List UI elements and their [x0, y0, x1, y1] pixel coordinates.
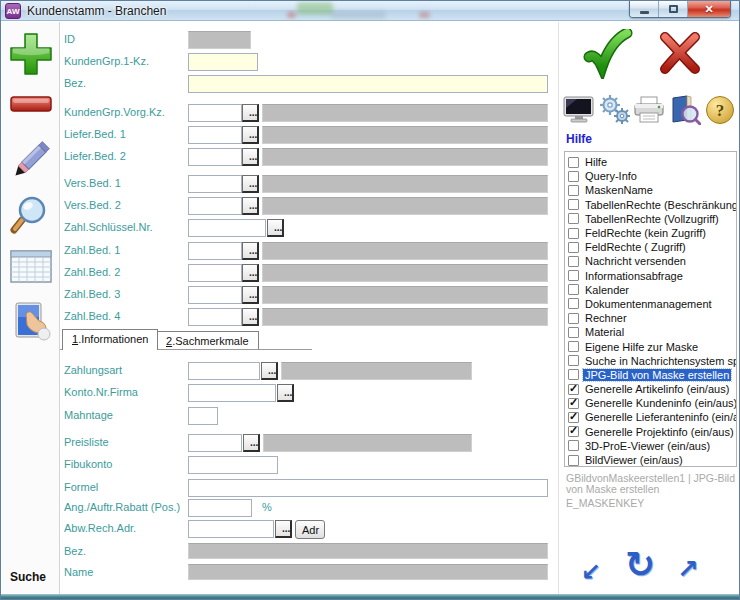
- tab-1[interactable]: 1.Informationen: [62, 329, 158, 350]
- help-option-row[interactable]: TabellenRechte (Vollzugriff): [565, 212, 736, 226]
- field-input[interactable]: [188, 434, 242, 452]
- help-option-label[interactable]: TabellenRechte (Vollzugriff): [583, 213, 721, 225]
- preview-button[interactable]: [669, 95, 701, 127]
- help-option-label[interactable]: Hilfe: [583, 156, 609, 168]
- field-input[interactable]: [188, 499, 252, 517]
- field-input[interactable]: [188, 53, 258, 71]
- help-option-label[interactable]: FeldRechte (kein Zugriff): [583, 227, 708, 239]
- checkbox-unchecked[interactable]: [568, 242, 579, 253]
- help-option-row[interactable]: Query-Info: [565, 169, 736, 183]
- maximize-button[interactable]: [659, 1, 688, 17]
- help-option-row[interactable]: Dokumentenmanagement: [565, 297, 736, 311]
- help-option-label[interactable]: Dokumentenmanagement: [583, 298, 714, 310]
- help-option-label[interactable]: Nachricht versenden: [583, 255, 688, 267]
- field-input[interactable]: [188, 308, 242, 326]
- help-option-row[interactable]: Generelle Kundeninfo (ein/aus): [565, 396, 736, 410]
- lookup-button[interactable]: ...: [242, 126, 259, 144]
- help-option-row[interactable]: Suche in Nachrichtensystem speich: [565, 354, 736, 368]
- help-option-row[interactable]: Kalender: [565, 283, 736, 297]
- screen-capture-button[interactable]: [563, 96, 595, 126]
- help-option-label[interactable]: Eigene Hilfe zur Maske: [583, 341, 700, 353]
- checkbox-unchecked[interactable]: [568, 185, 579, 196]
- help-option-row[interactable]: Eigene Hilfe zur Maske: [565, 339, 736, 353]
- help-option-label[interactable]: Generelle Lieferanteninfo (ein/aus): [583, 411, 737, 423]
- checkbox-unchecked[interactable]: [568, 327, 579, 338]
- help-option-row[interactable]: Rechner: [565, 311, 736, 325]
- table-view-button[interactable]: [8, 248, 54, 288]
- field-input[interactable]: [188, 456, 278, 474]
- checkbox-unchecked[interactable]: [568, 355, 579, 366]
- settings-button[interactable]: [599, 94, 631, 126]
- checkbox-unchecked[interactable]: [568, 455, 579, 466]
- lookup-button[interactable]: ...: [277, 384, 294, 402]
- search-record-button[interactable]: [8, 194, 54, 240]
- help-option-label[interactable]: JPG-Bild von Maske erstellen: [583, 369, 731, 381]
- pick-screen-button[interactable]: [8, 300, 54, 346]
- checkbox-unchecked[interactable]: [568, 199, 579, 210]
- close-button[interactable]: ✕: [688, 1, 730, 17]
- help-option-row[interactable]: Hilfe: [565, 155, 736, 169]
- help-option-label[interactable]: TabellenRechte (Beschränkung): [583, 199, 737, 211]
- cancel-button[interactable]: [655, 30, 705, 78]
- checkbox-unchecked[interactable]: [568, 228, 579, 239]
- lookup-button[interactable]: ...: [242, 148, 259, 166]
- arrow-forward-icon[interactable]: ↗: [677, 554, 699, 584]
- checkbox-unchecked[interactable]: [568, 213, 579, 224]
- checkbox-checked[interactable]: [568, 426, 579, 437]
- help-option-row[interactable]: Generelle Projektinfo (ein/aus): [565, 425, 736, 439]
- help-option-row[interactable]: 3D-ProE-Viewer (ein/aus): [565, 439, 736, 453]
- lookup-button[interactable]: ...: [242, 175, 259, 193]
- checkbox-unchecked[interactable]: [568, 171, 579, 182]
- checkbox-unchecked[interactable]: [568, 270, 579, 281]
- minimize-button[interactable]: [630, 1, 659, 17]
- checkbox-checked[interactable]: [568, 398, 579, 409]
- help-option-row[interactable]: MaskenName: [565, 183, 736, 197]
- lookup-button[interactable]: ...: [242, 286, 259, 304]
- field-input[interactable]: [188, 242, 242, 260]
- help-option-row[interactable]: FeldRechte (kein Zugriff): [565, 226, 736, 240]
- help-option-row[interactable]: Nachricht versenden: [565, 254, 736, 268]
- add-record-button[interactable]: [8, 31, 54, 77]
- help-option-label[interactable]: FeldRechte ( Zugriff): [583, 241, 688, 253]
- checkbox-checked[interactable]: [568, 384, 579, 395]
- field-input[interactable]: [188, 197, 242, 215]
- lookup-button[interactable]: ...: [242, 264, 259, 282]
- lookup-button[interactable]: ...: [267, 219, 284, 237]
- lookup-button[interactable]: ...: [242, 308, 259, 326]
- checkbox-unchecked[interactable]: [568, 298, 579, 309]
- help-option-row[interactable]: Generelle Lieferanteninfo (ein/aus): [565, 410, 736, 424]
- edit-record-button[interactable]: [8, 137, 54, 183]
- help-option-label[interactable]: Generelle Artikelinfo (ein/aus): [583, 383, 731, 395]
- lookup-button[interactable]: ...: [242, 197, 259, 215]
- field-input[interactable]: [188, 75, 548, 93]
- field-input[interactable]: [188, 407, 218, 425]
- help-option-label[interactable]: 3D-ProE-Viewer (ein/aus): [583, 440, 712, 452]
- help-option-label[interactable]: BildViewer (ein/aus): [583, 454, 685, 466]
- field-input[interactable]: [188, 264, 242, 282]
- checkbox-unchecked[interactable]: [568, 440, 579, 451]
- field-input[interactable]: [188, 384, 276, 402]
- checkbox-unchecked[interactable]: [568, 369, 579, 380]
- lookup-button[interactable]: ...: [243, 434, 260, 452]
- help-option-label[interactable]: Query-Info: [583, 170, 639, 182]
- field-input[interactable]: [188, 362, 260, 380]
- help-option-label[interactable]: Generelle Kundeninfo (ein/aus): [583, 397, 737, 409]
- ok-button[interactable]: [581, 29, 633, 81]
- checkbox-checked[interactable]: [568, 412, 579, 423]
- field-input[interactable]: [188, 148, 242, 166]
- lookup-button[interactable]: ...: [261, 362, 278, 380]
- help-option-label[interactable]: Suche in Nachrichtensystem speich: [583, 355, 737, 367]
- help-option-label[interactable]: Informationsabfrage: [583, 270, 685, 282]
- field-input[interactable]: [188, 104, 242, 122]
- help-option-label[interactable]: MaskenName: [583, 184, 655, 196]
- help-option-row[interactable]: BildViewer (ein/aus): [565, 453, 736, 467]
- lookup-button[interactable]: ...: [275, 520, 292, 538]
- field-input[interactable]: [188, 479, 548, 497]
- field-input[interactable]: [188, 520, 274, 538]
- help-option-label[interactable]: Kalender: [583, 284, 631, 296]
- field-input[interactable]: [188, 175, 242, 193]
- tab-2[interactable]: 2.Sachmerkmale: [156, 331, 259, 349]
- checkbox-unchecked[interactable]: [568, 256, 579, 267]
- checkbox-unchecked[interactable]: [568, 341, 579, 352]
- adr-button[interactable]: Adr: [295, 520, 325, 539]
